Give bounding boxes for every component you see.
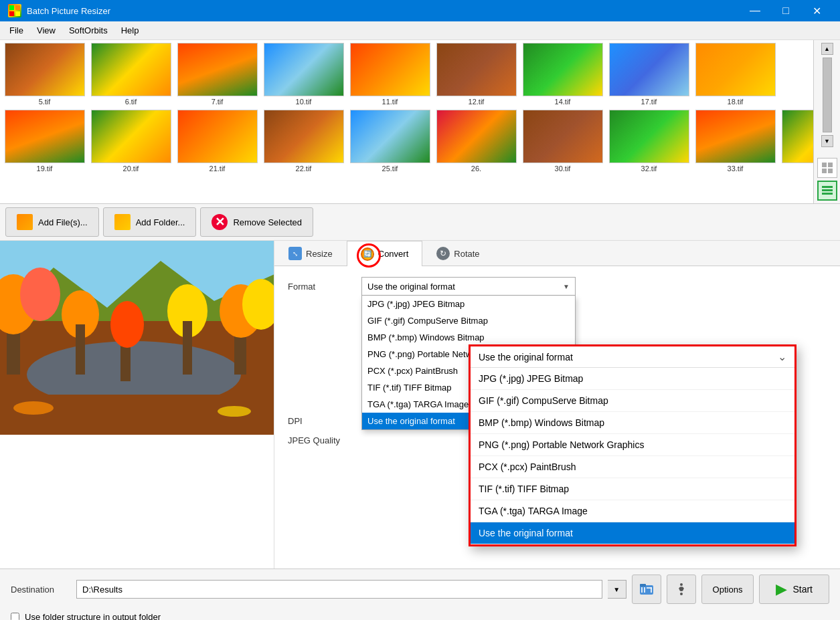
title-bar-left: Batch Picture Resizer bbox=[8, 4, 110, 17]
main-panel: ⤡ Resize 🔄 Convert ↻ Rotate Format bbox=[0, 241, 840, 569]
toolbar: Add File(s)... Add Folder... ✕ Remove Se… bbox=[0, 204, 840, 241]
close-button[interactable]: ✕ bbox=[801, 0, 832, 21]
format-dropdown-selected[interactable]: Use the original format ▼ bbox=[361, 277, 576, 296]
svg-rect-5 bbox=[828, 163, 833, 167]
svg-rect-33 bbox=[644, 587, 645, 593]
minimize-button[interactable]: — bbox=[740, 0, 770, 21]
list-item[interactable]: 5.tif bbox=[3, 43, 86, 106]
list-item[interactable]: 10.tif bbox=[262, 43, 345, 106]
title-bar: Batch Picture Resizer — □ ✕ bbox=[0, 0, 840, 21]
svg-point-37 bbox=[680, 583, 683, 586]
thumbnails-view-button[interactable] bbox=[817, 158, 837, 178]
list-item[interactable]: 6.tif bbox=[89, 43, 173, 106]
list-item[interactable]: 25.tif bbox=[348, 110, 432, 173]
options-icon-button[interactable] bbox=[667, 575, 696, 604]
add-folder-button[interactable]: Add Folder... bbox=[103, 207, 197, 237]
app-icon bbox=[8, 4, 21, 17]
tab-rotate-label: Rotate bbox=[454, 249, 479, 259]
tab-resize-label: Resize bbox=[306, 249, 333, 259]
list-item[interactable]: 33.tif bbox=[693, 110, 777, 173]
add-files-label: Add File(s)... bbox=[38, 217, 88, 227]
format-option-bmp[interactable]: BMP (*.bmp) Windows Bitmap bbox=[362, 329, 575, 346]
list-item[interactable]: 35.tif bbox=[780, 110, 813, 173]
svg-rect-26 bbox=[183, 321, 192, 375]
big-dropdown-header[interactable]: Use the original format ⌄ bbox=[471, 346, 794, 368]
big-dropdown-list: JPG (*.jpg) JPEG Bitmap GIF (*.gif) Comp… bbox=[471, 368, 794, 544]
destination-folder-button[interactable] bbox=[632, 575, 661, 604]
big-option-gif[interactable]: GIF (*.gif) CompuServe Bitmap bbox=[471, 390, 794, 412]
big-dropdown-chevron: ⌄ bbox=[778, 350, 786, 363]
big-format-dropdown[interactable]: Use the original format ⌄ JPG (*.jpg) JP… bbox=[469, 344, 796, 546]
destination-label: Destination bbox=[11, 585, 71, 595]
svg-rect-7 bbox=[828, 169, 833, 173]
convert-tab-icon: 🔄 bbox=[361, 247, 374, 261]
view-sidebar: ▲ ▼ bbox=[813, 40, 840, 203]
svg-point-17 bbox=[20, 268, 60, 321]
tab-rotate[interactable]: ↻ Rotate bbox=[422, 241, 493, 266]
rotate-tab-icon: ↻ bbox=[436, 247, 450, 260]
tab-resize[interactable]: ⤡ Resize bbox=[274, 241, 347, 266]
start-button[interactable]: ▶ Start bbox=[759, 575, 829, 604]
options-button[interactable]: Options bbox=[701, 575, 754, 604]
scroll-down-button[interactable]: ▼ bbox=[821, 135, 833, 147]
svg-rect-10 bbox=[822, 193, 833, 195]
list-item[interactable]: 30.tif bbox=[521, 110, 604, 173]
tabs: ⤡ Resize 🔄 Convert ↻ Rotate bbox=[274, 241, 840, 266]
add-files-button[interactable]: Add File(s)... bbox=[5, 207, 99, 237]
format-option-jpg[interactable]: JPG (*.jpg) JPEG Bitmap bbox=[362, 296, 575, 312]
format-dropdown[interactable]: Use the original format ▼ JPG (*.jpg) JP… bbox=[361, 277, 576, 296]
menu-view[interactable]: View bbox=[30, 23, 62, 38]
folder-structure-checkbox[interactable] bbox=[11, 613, 19, 620]
format-label: Format bbox=[288, 282, 361, 292]
list-view-button[interactable] bbox=[817, 181, 837, 201]
tab-convert[interactable]: 🔄 Convert bbox=[347, 241, 423, 266]
big-option-jpg[interactable]: JPG (*.jpg) JPEG Bitmap bbox=[471, 368, 794, 390]
format-option-gif[interactable]: GIF (*.gif) CompuServe Bitmap bbox=[362, 312, 575, 329]
start-label: Start bbox=[792, 584, 813, 595]
list-item[interactable]: 12.tif bbox=[434, 43, 518, 106]
big-option-bmp[interactable]: BMP (*.bmp) Windows Bitmap bbox=[471, 412, 794, 434]
list-item[interactable]: 20.tif bbox=[89, 110, 173, 173]
folder-structure-row: Use folder structure in output folder bbox=[0, 609, 840, 620]
maximize-button[interactable]: □ bbox=[770, 0, 801, 21]
destination-bar: Destination ▼ Options ▶ Start bbox=[0, 569, 840, 609]
list-item[interactable]: 11.tif bbox=[348, 43, 432, 106]
menu-bar: File View SoftOrbits Help bbox=[0, 21, 840, 40]
list-item[interactable]: 26. bbox=[434, 110, 518, 173]
dpi-label: DPI bbox=[288, 416, 361, 426]
folder-structure-label: Use folder structure in output folder bbox=[25, 612, 161, 620]
remove-icon: ✕ bbox=[212, 214, 228, 230]
list-item[interactable]: 18.tif bbox=[693, 43, 777, 106]
big-option-tga[interactable]: TGA (*.tga) TARGA Image bbox=[471, 500, 794, 522]
image-preview bbox=[0, 241, 274, 569]
list-item[interactable]: 21.tif bbox=[175, 110, 259, 173]
big-dropdown-selected: Use the original format bbox=[479, 352, 573, 363]
remove-selected-button[interactable]: ✕ Remove Selected bbox=[200, 207, 313, 237]
menu-softorbits[interactable]: SoftOrbits bbox=[62, 23, 114, 38]
big-option-tif[interactable]: TIF (*.tif) TIFF Bitmap bbox=[471, 478, 794, 500]
svg-rect-4 bbox=[822, 163, 827, 167]
big-option-png[interactable]: PNG (*.png) Portable Network Graphics bbox=[471, 434, 794, 456]
svg-point-29 bbox=[218, 406, 251, 417]
add-folder-label: Add Folder... bbox=[136, 217, 185, 227]
list-item[interactable]: 19.tif bbox=[3, 110, 86, 173]
format-dropdown-arrow: ▼ bbox=[563, 283, 570, 290]
list-item[interactable]: 17.tif bbox=[607, 43, 691, 106]
thumbnail-area: 5.tif 6.tif 7.tif 10.tif 11.tif 12.tif 1… bbox=[0, 40, 840, 204]
menu-help[interactable]: Help bbox=[114, 23, 146, 38]
add-folder-icon bbox=[114, 214, 131, 230]
list-item[interactable]: 7.tif bbox=[175, 43, 259, 106]
big-option-pcx[interactable]: PCX (*.pcx) PaintBrush bbox=[471, 456, 794, 478]
list-item[interactable]: 22.tif bbox=[262, 110, 345, 173]
add-files-icon bbox=[17, 214, 33, 230]
svg-rect-9 bbox=[822, 189, 833, 191]
svg-rect-8 bbox=[822, 186, 833, 188]
scroll-thumb[interactable] bbox=[823, 58, 832, 132]
scroll-up-button[interactable]: ▲ bbox=[821, 43, 833, 55]
list-item[interactable]: 32.tif bbox=[607, 110, 691, 173]
big-option-original[interactable]: Use the original format bbox=[471, 522, 794, 544]
destination-dropdown-button[interactable]: ▼ bbox=[608, 580, 626, 599]
list-item[interactable]: 14.tif bbox=[521, 43, 604, 106]
menu-file[interactable]: File bbox=[3, 23, 30, 38]
destination-input[interactable] bbox=[76, 580, 602, 599]
